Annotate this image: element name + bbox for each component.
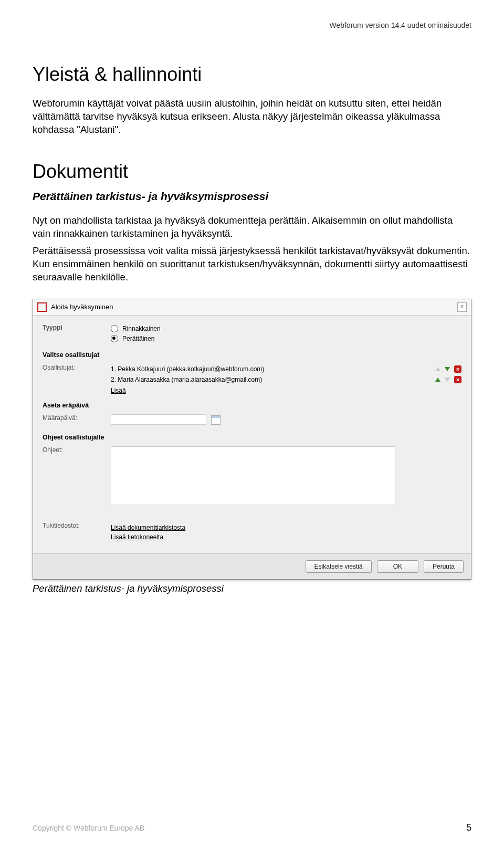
participant-row: 2. Maria Alaraasakka (maria.alaraasakka@…: [111, 374, 461, 385]
participants-label: Osallistujat:: [43, 364, 111, 371]
move-down-icon[interactable]: [445, 378, 450, 382]
participant-row: 1. Pekka Kotkajuuri (pekka.kotkajuuri@we…: [111, 364, 461, 374]
heading-documents: Dokumentit: [33, 161, 471, 183]
paragraph-general-admin: Webforumin käyttäjät voivat päästä uusii…: [33, 97, 471, 137]
support-files-label: Tukitiedostot:: [43, 522, 111, 529]
app-logo-icon: [37, 302, 47, 312]
copyright: Copyright © Webforum Europe AB: [33, 824, 144, 832]
heading-general-admin: Yleistä & hallinnointi: [33, 64, 471, 86]
dialog-title: Aloita hyväksyminen: [51, 303, 113, 311]
ok-button[interactable]: OK: [377, 560, 418, 573]
move-up-icon[interactable]: [435, 367, 440, 371]
figure-caption: Perättäinen tarkistus- ja hyväksymispros…: [33, 583, 471, 594]
radio-sequential[interactable]: Perättäinen: [111, 335, 154, 342]
radio-parallel[interactable]: Rinnakkainen: [111, 325, 161, 332]
calendar-icon[interactable]: [211, 415, 220, 425]
remove-icon[interactable]: ×: [454, 376, 461, 383]
running-header: Webforum version 14.4 uudet ominaisuudet: [33, 21, 471, 29]
due-date-label: Määräpäivä:: [43, 414, 111, 422]
dialog-titlebar: Aloita hyväksyminen ×: [33, 299, 471, 316]
radio-sequential-label: Perättäinen: [122, 335, 154, 342]
radio-icon: [111, 325, 118, 332]
participant-name: 1. Pekka Kotkajuuri (pekka.kotkajuuri@we…: [111, 365, 435, 373]
due-date-input[interactable]: [111, 414, 206, 425]
instructions-label: Ohjeet:: [43, 446, 111, 454]
move-down-icon[interactable]: [445, 367, 450, 371]
section-select-participants: Valitse osallistujat: [43, 351, 461, 359]
approval-dialog: Aloita hyväksyminen × Tyyppi Rinnakkaine…: [33, 299, 471, 580]
section-instructions: Ohjeet osallistujalle: [43, 434, 461, 441]
radio-icon: [111, 335, 118, 342]
paragraph-seq-2: Perättäisessä prosessissa voit valita mi…: [33, 245, 471, 284]
paragraph-seq-1: Nyt on mahdollista tarkistaa ja hyväksyä…: [33, 214, 471, 240]
subheading-sequential-review: Perättäinen tarkistus- ja hyväksymispros…: [33, 190, 471, 203]
cancel-button[interactable]: Peruuta: [424, 560, 464, 573]
add-from-computer-link[interactable]: Lisää tietokoneelta: [111, 533, 163, 541]
instructions-textarea[interactable]: [111, 446, 395, 505]
remove-icon[interactable]: ×: [454, 365, 461, 373]
participant-name: 2. Maria Alaraasakka (maria.alaraasakka@…: [111, 376, 435, 383]
add-from-archive-link[interactable]: Lisää dokumenttiarkistosta: [111, 524, 185, 531]
add-participant-link[interactable]: Lisää: [111, 387, 126, 394]
dialog-footer: Esikatsele viestiä OK Peruuta: [33, 553, 471, 579]
preview-message-button[interactable]: Esikatsele viestiä: [306, 560, 372, 573]
type-label: Tyyppi: [43, 324, 111, 331]
section-due-date: Aseta eräpäivä: [43, 402, 461, 409]
close-icon[interactable]: ×: [457, 302, 467, 312]
radio-parallel-label: Rinnakkainen: [122, 325, 161, 332]
page-number: 5: [466, 822, 471, 833]
move-up-icon[interactable]: [435, 378, 440, 382]
